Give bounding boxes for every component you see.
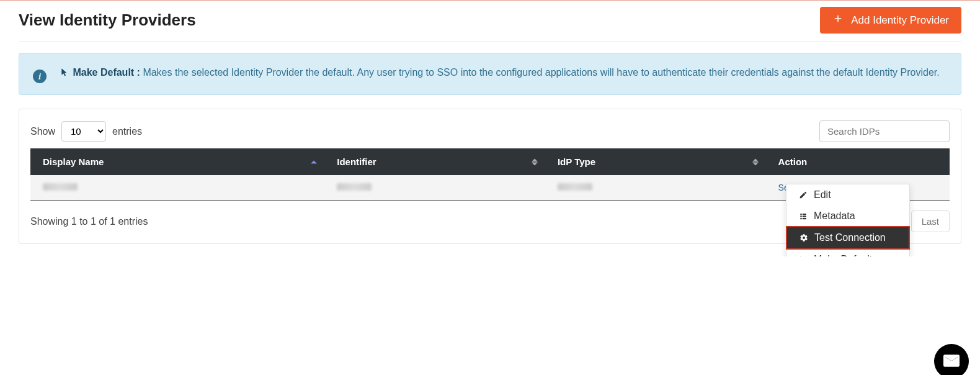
show-label: Show xyxy=(30,126,55,137)
add-button-label: Add Identity Provider xyxy=(851,14,949,27)
menu-test-connection[interactable]: Test Connection xyxy=(786,226,910,250)
gears-icon xyxy=(800,233,808,243)
sort-icon xyxy=(532,158,538,165)
col-idp-type[interactable]: IdP Type xyxy=(545,148,766,175)
info-text: Make Default : Makes the selected Identi… xyxy=(60,65,940,81)
info-banner: i Make Default : Makes the selected Iden… xyxy=(19,53,961,95)
sort-icon xyxy=(311,160,317,163)
info-icon: i xyxy=(33,70,47,83)
redacted-value xyxy=(43,183,78,191)
table-info: Showing 1 to 1 of 1 entries xyxy=(30,216,148,227)
redacted-value xyxy=(337,183,372,191)
show-entries-control: Show 10 entries xyxy=(30,121,142,142)
search-input[interactable] xyxy=(819,120,950,142)
menu-make-default[interactable]: Make Default xyxy=(786,249,909,256)
info-description: Makes the selected Identity Provider the… xyxy=(143,67,939,78)
pager-last-button[interactable]: Last xyxy=(911,210,950,232)
redacted-value xyxy=(558,183,592,191)
sort-icon xyxy=(752,158,759,165)
entries-label: entries xyxy=(112,126,142,137)
cursor-icon xyxy=(60,65,69,81)
add-identity-provider-button[interactable]: Add Identity Provider xyxy=(820,7,961,34)
list-icon xyxy=(799,212,808,220)
menu-edit[interactable]: Edit xyxy=(786,184,909,206)
plus-icon xyxy=(832,13,844,27)
col-identifier[interactable]: Identifier xyxy=(324,148,545,175)
cursor-icon xyxy=(799,255,808,256)
edit-icon xyxy=(799,191,808,199)
col-display-name[interactable]: Display Name xyxy=(30,148,324,175)
page-title: View Identity Providers xyxy=(19,11,196,30)
info-label: Make Default : xyxy=(73,67,140,78)
page-size-select[interactable]: 10 xyxy=(61,121,106,142)
col-action: Action xyxy=(766,148,950,175)
action-dropdown-menu: Edit Metadata Test Connection Make Defau… xyxy=(786,184,910,256)
page-header: View Identity Providers Add Identity Pro… xyxy=(19,7,961,42)
menu-metadata[interactable]: Metadata xyxy=(786,206,909,227)
idp-table-card: Show 10 entries Display Name xyxy=(19,109,961,244)
